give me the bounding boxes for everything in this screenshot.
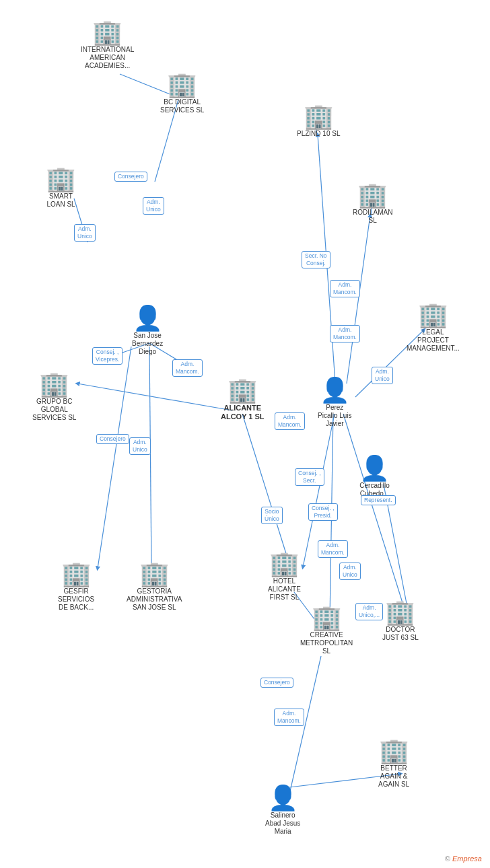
badge-adm-mancom-2[interactable]: Adm.Mancom. bbox=[330, 325, 360, 342]
badge-consejero-1[interactable]: Consejero bbox=[114, 172, 147, 182]
badge-adm-mancom-6[interactable]: Adm.Mancom. bbox=[274, 709, 304, 726]
node-doctor-just[interactable]: 🏢 DOCTOR JUST 63 SL bbox=[382, 600, 419, 642]
badge-adm-unico-1[interactable]: Adm.Unico bbox=[143, 197, 164, 215]
badge-consej-secr[interactable]: Consej. ,Secr. bbox=[295, 468, 324, 486]
svg-line-11 bbox=[149, 347, 151, 569]
node-creative-metropolitan[interactable]: 🏢 CREATIVE METROPOLITAN SL bbox=[300, 606, 353, 655]
building-icon: 🏢 bbox=[61, 562, 92, 586]
person-icon: 👤 bbox=[133, 306, 163, 330]
badge-adm-unico-dots[interactable]: Adm.Unico,... bbox=[355, 603, 383, 620]
building-icon: 🏢 bbox=[167, 73, 197, 97]
node-salinero[interactable]: 👤 Salinero Abad Jesus Maria bbox=[265, 786, 300, 836]
badge-adm-mancom-1[interactable]: Adm.Mancom. bbox=[330, 280, 360, 297]
svg-line-8 bbox=[347, 215, 370, 384]
diagram-canvas: 🏢 INTERNATIONAL AMERICAN ACADEMIES... 🏢 … bbox=[0, 0, 490, 868]
connection-lines bbox=[0, 0, 490, 868]
node-label: Perez Picallo Luis Javier bbox=[318, 404, 352, 428]
badge-adm-mancom-3[interactable]: Adm.Mancom. bbox=[172, 359, 203, 377]
node-plzind10[interactable]: 🏢 PLZIND 10 SL bbox=[297, 104, 340, 138]
node-label: HOTEL ALICANTE FIRST SL bbox=[268, 577, 301, 602]
badge-represent[interactable]: Represent. bbox=[361, 495, 396, 505]
node-label: SMART LOAN SL bbox=[46, 192, 75, 209]
svg-line-13 bbox=[77, 384, 232, 410]
building-icon: 🏢 bbox=[357, 183, 388, 207]
badge-adm-unico-4[interactable]: Adm.Unico bbox=[339, 563, 361, 580]
svg-line-10 bbox=[98, 347, 131, 569]
watermark-brand: Empresa bbox=[452, 855, 482, 863]
badge-adm-unico-5[interactable]: Adm.Unico bbox=[129, 437, 151, 455]
building-icon: 🏢 bbox=[418, 303, 448, 327]
node-label: Salinero Abad Jesus Maria bbox=[265, 811, 300, 836]
building-icon: 🏢 bbox=[46, 167, 76, 191]
badge-secr-no-consej[interactable]: Secr. NoConsej. bbox=[302, 251, 330, 268]
node-san-jose[interactable]: 👤 San Jose Bernardez Diego bbox=[132, 306, 163, 356]
node-label: BC DIGITAL SERVICES SL bbox=[160, 98, 204, 114]
building-icon: 🏢 bbox=[312, 606, 342, 630]
node-label: GESTORIA ADMINISTRATIVA SAN JOSE SL bbox=[127, 587, 182, 612]
building-icon: 🏢 bbox=[385, 600, 415, 624]
badge-consej-presid[interactable]: Consej. ,Presid. bbox=[308, 503, 338, 521]
node-label: San Jose Bernardez Diego bbox=[132, 332, 163, 356]
node-label: GESFIR SERVICIOS DE BACK... bbox=[58, 587, 94, 612]
node-grupo-bc[interactable]: 🏢 GRUPO BC GLOBAL SERVICES SL bbox=[32, 372, 76, 422]
badge-consej-vicepres[interactable]: Consej. ,Vicepres. bbox=[92, 347, 123, 365]
node-label: PLZIND 10 SL bbox=[297, 130, 340, 138]
badge-consejero-2[interactable]: Consejero bbox=[260, 678, 293, 688]
node-better-again[interactable]: 🏢 BETTER AGAIN & AGAIN SL bbox=[378, 739, 409, 789]
watermark: © Empresa bbox=[445, 855, 482, 863]
person-icon: 👤 bbox=[359, 456, 390, 480]
node-label: CREATIVE METROPOLITAN SL bbox=[300, 631, 353, 655]
node-perez-picallo[interactable]: 👤 Perez Picallo Luis Javier bbox=[318, 378, 352, 428]
node-hotel-alicante[interactable]: 🏢 HOTEL ALICANTE FIRST SL bbox=[268, 552, 301, 602]
node-gestoria[interactable]: 🏢 GESTORIA ADMINISTRATIVA SAN JOSE SL bbox=[127, 562, 182, 612]
node-label: LEGAL PROJECT MANAGEMENT... bbox=[407, 328, 460, 353]
node-cercadillo[interactable]: 👤 Cercadillo Cubedo... bbox=[359, 456, 390, 498]
node-label: DOCTOR JUST 63 SL bbox=[382, 626, 419, 642]
node-label: RODILAMAN SL bbox=[353, 209, 392, 225]
person-icon: 👤 bbox=[268, 786, 298, 810]
badge-socio-unico[interactable]: SocioÚnico bbox=[261, 507, 283, 524]
badge-adm-mancom-4[interactable]: Adm.Mancom. bbox=[275, 412, 305, 430]
badge-adm-unico-2[interactable]: Adm.Unico bbox=[74, 224, 96, 242]
person-icon: 👤 bbox=[320, 378, 350, 402]
node-label: ALICANTE ALCOY 1 SL bbox=[221, 404, 265, 421]
building-icon: 🏢 bbox=[269, 552, 300, 576]
building-icon: 🏢 bbox=[379, 739, 409, 763]
building-icon: 🏢 bbox=[39, 372, 69, 396]
badge-adm-unico-3[interactable]: Adm.Unico bbox=[372, 367, 393, 384]
node-bc-digital[interactable]: 🏢 BC DIGITAL SERVICES SL bbox=[160, 73, 204, 114]
svg-line-12 bbox=[242, 414, 291, 569]
building-icon: 🏢 bbox=[139, 562, 170, 586]
badge-consejero-3[interactable]: Consejero bbox=[96, 434, 129, 444]
node-international-american[interactable]: 🏢 INTERNATIONAL AMERICAN ACADEMIES... bbox=[81, 20, 134, 70]
node-smart-loan[interactable]: 🏢 SMART LOAN SL bbox=[46, 167, 76, 209]
building-icon-highlight: 🏢 bbox=[228, 378, 258, 402]
node-label: GRUPO BC GLOBAL SERVICES SL bbox=[32, 398, 76, 422]
node-legal-project[interactable]: 🏢 LEGAL PROJECT MANAGEMENT... bbox=[407, 303, 460, 353]
node-rodilaman[interactable]: 🏢 RODILAMAN SL bbox=[353, 183, 392, 225]
building-icon: 🏢 bbox=[92, 20, 123, 44]
badge-adm-mancom-5[interactable]: Adm.Mancom. bbox=[318, 540, 348, 558]
building-icon: 🏢 bbox=[304, 104, 334, 129]
node-gesfir[interactable]: 🏢 GESFIR SERVICIOS DE BACK... bbox=[58, 562, 94, 612]
node-label: BETTER AGAIN & AGAIN SL bbox=[378, 764, 409, 789]
node-alicante-alcoy[interactable]: 🏢 ALICANTE ALCOY 1 SL bbox=[221, 378, 265, 421]
node-label: INTERNATIONAL AMERICAN ACADEMIES... bbox=[81, 46, 134, 70]
